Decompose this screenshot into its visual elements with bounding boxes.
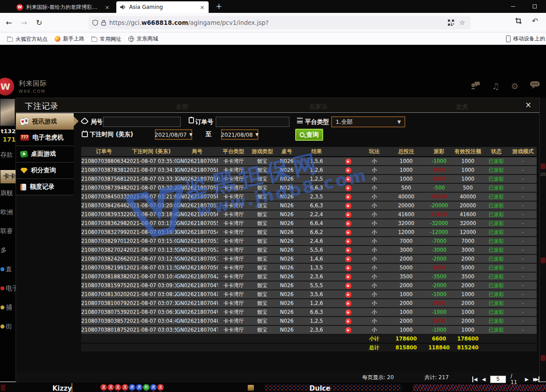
window-maximize-button[interactable] bbox=[525, 0, 544, 12]
bookmark-item[interactable]: 京东商城 bbox=[128, 32, 158, 45]
menu-item-label: 桌面游戏 bbox=[31, 150, 56, 158]
next-page-button[interactable]: ▶ bbox=[525, 376, 529, 382]
replay-play-icon[interactable]: ▶ bbox=[345, 265, 352, 271]
table-cell: GN0262180704W bbox=[176, 299, 218, 308]
table-cell: 已派彩 bbox=[483, 166, 509, 174]
table-row: 2108070380753992021-08-07 03:06:19GN0262… bbox=[81, 308, 537, 317]
table-cell: N026 bbox=[276, 325, 298, 334]
music-icon[interactable]: ♫ bbox=[492, 81, 499, 91]
replay-play-icon[interactable]: ▶ bbox=[345, 283, 352, 289]
replay-play-icon[interactable]: ▶ bbox=[345, 185, 352, 191]
chat-bubble-icon[interactable] bbox=[530, 81, 540, 89]
replay-play-icon[interactable]: ▶ bbox=[345, 203, 352, 209]
summary-value: 815240 bbox=[452, 343, 483, 352]
forward-button[interactable]: → bbox=[18, 16, 30, 29]
table-cell: - bbox=[509, 272, 537, 281]
back-button[interactable]: ← bbox=[3, 16, 15, 29]
table-cell: 210807038362984 bbox=[81, 219, 127, 228]
replay-play-icon[interactable]: ▶ bbox=[345, 158, 352, 165]
table-cell: N026 bbox=[276, 157, 298, 166]
bookmark-label: 京东商城 bbox=[137, 35, 158, 43]
divider-line bbox=[71, 383, 72, 392]
table-cell: 210807038756817 bbox=[81, 174, 127, 183]
url-bar[interactable]: https://gci.w668818.com/agingame/pcv1/in… bbox=[89, 16, 471, 29]
table-cell: 2,3,6 bbox=[298, 325, 335, 334]
menu-item-桌面游戏[interactable]: ♣桌面游戏 bbox=[16, 146, 74, 162]
first-page-button[interactable]: ◀ bbox=[472, 376, 477, 382]
reload-button[interactable]: ↻ bbox=[33, 16, 45, 29]
site-logo[interactable]: W 利来国际 W66.COM bbox=[3, 78, 47, 95]
table-cell: 已派彩 bbox=[483, 228, 509, 237]
replay-play-icon[interactable]: ▶ bbox=[345, 167, 352, 174]
table-cell: GN0262180704Z bbox=[176, 272, 218, 281]
order-input[interactable] bbox=[216, 117, 289, 127]
replay-play-icon[interactable]: ▶ bbox=[345, 318, 352, 325]
round-input[interactable] bbox=[103, 117, 181, 127]
table-cell: 20000 bbox=[452, 201, 483, 210]
table-cell: ▶ bbox=[335, 157, 362, 166]
tab-close-icon[interactable]: × bbox=[105, 4, 110, 11]
replay-play-icon[interactable]: ▶ bbox=[345, 194, 352, 200]
bookmark-item[interactable]: 新手上路 bbox=[55, 32, 84, 45]
replay-play-icon[interactable]: ▶ bbox=[345, 238, 352, 245]
platform-select[interactable]: 1.全部 ▼ bbox=[331, 116, 405, 127]
table-cell: 5000 bbox=[452, 263, 483, 272]
last-page-button[interactable]: ▶▶ bbox=[533, 376, 539, 382]
replay-play-icon[interactable]: ▶ bbox=[345, 247, 352, 253]
column-header: 桌号 bbox=[276, 147, 298, 157]
screenshot-crop-icon[interactable] bbox=[515, 17, 522, 24]
table-cell: 210807038806343 bbox=[81, 157, 127, 166]
menu-item-电子老虎机[interactable]: 777电子老虎机 bbox=[16, 130, 74, 146]
search-button[interactable]: 查询 bbox=[295, 129, 323, 141]
replay-play-icon[interactable]: ▶ bbox=[345, 256, 352, 262]
page-number-input[interactable] bbox=[490, 376, 506, 383]
replay-play-icon[interactable]: ▶ bbox=[345, 230, 352, 236]
bookmark-item[interactable]: 常用网址 bbox=[91, 33, 121, 46]
tab-asia-gaming[interactable]: Asia Gaming × bbox=[116, 1, 209, 13]
date-to-picker[interactable]: 2021/08/08 ▼ bbox=[221, 129, 258, 140]
menu-item-积分查询[interactable]: 积分查询 bbox=[16, 162, 74, 179]
table-cell: 小 bbox=[362, 290, 387, 299]
bookmark-star-icon[interactable]: ☆ bbox=[459, 19, 465, 27]
table-cell: 2021-08-07 03:18:48 bbox=[127, 210, 176, 219]
table-cell: N026 bbox=[276, 192, 298, 201]
replay-play-icon[interactable]: ▶ bbox=[345, 301, 352, 307]
menu-item-视讯游戏[interactable]: ♥9视讯游戏 bbox=[16, 113, 74, 130]
replay-play-icon[interactable]: ▶ bbox=[345, 176, 352, 182]
table-cell: GN0262180705L bbox=[176, 166, 218, 174]
tab-close-icon[interactable]: × bbox=[200, 4, 205, 11]
menu-item-额度记录[interactable]: 额度记录 bbox=[16, 179, 74, 195]
window-minimize-button[interactable] bbox=[503, 0, 523, 12]
prev-page-button[interactable]: ◀ bbox=[482, 376, 485, 382]
table-cell: ▶ bbox=[335, 245, 362, 254]
table-cell: 卡卡湾厅 bbox=[218, 299, 249, 308]
table-cell: 卡卡湾厅 bbox=[218, 317, 249, 325]
replay-play-icon[interactable]: ▶ bbox=[345, 327, 352, 333]
qr-code-icon[interactable] bbox=[448, 20, 454, 26]
table-cell: 骰宝 bbox=[249, 183, 276, 192]
table-cell: 210807038270241 bbox=[81, 245, 127, 254]
date-from-picker[interactable]: 2021/08/07 ▼ bbox=[155, 129, 192, 140]
replay-play-icon[interactable]: ▶ bbox=[345, 309, 352, 316]
new-tab-button[interactable]: + bbox=[216, 2, 222, 11]
tab-lilai[interactable]: W 利来国际-最给力的老牌博彩网站 × bbox=[12, 1, 114, 13]
page-total-label: / 11 bbox=[510, 373, 521, 385]
shield-icon[interactable] bbox=[92, 20, 98, 26]
replay-play-icon[interactable]: ▶ bbox=[345, 221, 352, 227]
replay-play-icon[interactable]: ▶ bbox=[345, 274, 352, 280]
replay-play-icon[interactable]: ▶ bbox=[345, 212, 352, 218]
table-cell: 2000 bbox=[387, 254, 426, 263]
table-cell: 5,5,6 bbox=[298, 245, 335, 254]
restore-undo-icon[interactable]: ↶ bbox=[532, 17, 538, 24]
table-cell: 小 bbox=[362, 325, 387, 334]
support-chat-icon[interactable] bbox=[471, 81, 480, 89]
close-icon[interactable]: × bbox=[523, 100, 533, 109]
table-cell: 2,4,6 bbox=[298, 237, 335, 245]
table-cell: 210807038242662 bbox=[81, 254, 127, 263]
bookmark-mobile[interactable]: 移动设备上的 bbox=[506, 32, 545, 45]
lock-icon[interactable] bbox=[101, 20, 106, 26]
bookmark-item[interactable]: 火狐官方站点 bbox=[7, 33, 47, 46]
replay-play-icon[interactable]: ▶ bbox=[345, 292, 352, 298]
table-cell: 卡卡湾厅 bbox=[218, 183, 249, 192]
settings-gear-icon[interactable]: ⚙ bbox=[511, 81, 518, 91]
